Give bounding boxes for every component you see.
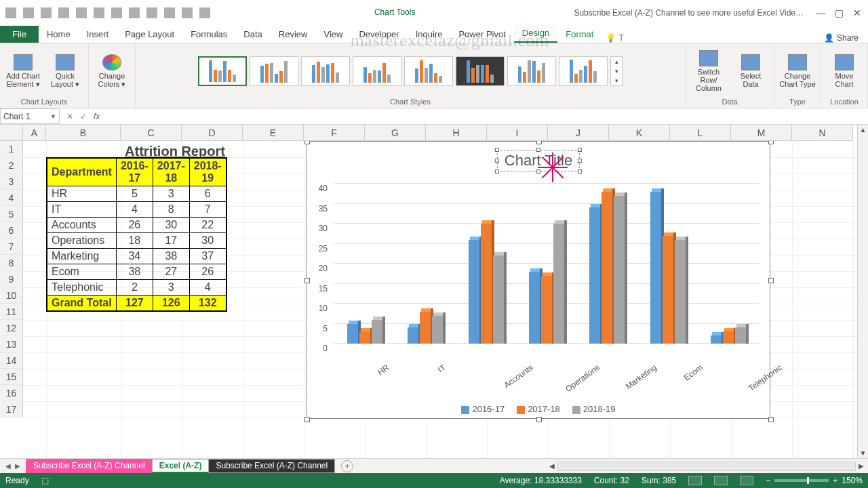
bar[interactable] xyxy=(432,316,443,344)
save-icon[interactable] xyxy=(5,7,16,18)
zoom-control[interactable]: − + 150% xyxy=(766,476,863,485)
chart-style-thumb[interactable] xyxy=(404,56,453,86)
bar[interactable] xyxy=(723,331,734,344)
bar[interactable] xyxy=(493,256,504,344)
macro-record-icon[interactable]: ⬚ xyxy=(41,476,49,485)
chart-style-thumb[interactable] xyxy=(198,56,247,86)
tab-formulas[interactable]: Formulas xyxy=(182,26,235,43)
sheet-tab[interactable]: Subscribe Excel (A-Z) Channel xyxy=(208,459,335,473)
sheet-tab[interactable]: Excel (A-Z) xyxy=(152,459,210,473)
bar[interactable] xyxy=(735,327,746,344)
bar[interactable] xyxy=(663,236,673,344)
selection-handle[interactable] xyxy=(304,141,310,144)
selection-handle[interactable] xyxy=(768,417,774,422)
add-chart-element-button[interactable]: Add Chart Element ▾ xyxy=(4,54,42,88)
row-header[interactable]: 13 xyxy=(0,336,23,352)
view-page-break-icon[interactable] xyxy=(740,476,753,485)
undo-icon[interactable] xyxy=(23,7,34,18)
tab-nav-arrows[interactable]: ◀▶ xyxy=(0,462,26,470)
column-header[interactable]: A xyxy=(23,125,46,141)
redo-icon[interactable] xyxy=(41,7,52,18)
grid[interactable]: Attrition ReportDepartment2016-172017-18… xyxy=(23,141,857,458)
qat-icon[interactable] xyxy=(58,7,69,18)
row-header[interactable]: 10 xyxy=(0,287,23,304)
enter-icon[interactable]: ✓ xyxy=(80,112,87,121)
cancel-icon[interactable]: ✕ xyxy=(66,112,73,121)
selection-handle[interactable] xyxy=(768,278,774,283)
qat-icon[interactable] xyxy=(129,7,140,18)
chart-style-thumb[interactable] xyxy=(250,56,298,86)
row-header[interactable]: 5 xyxy=(0,206,23,222)
row-header[interactable]: 1 xyxy=(0,141,23,157)
selection-handle[interactable] xyxy=(304,417,310,422)
column-header[interactable]: G xyxy=(365,125,426,141)
column-header[interactable]: N xyxy=(792,125,853,141)
row-header[interactable]: 8 xyxy=(0,255,23,271)
bar[interactable] xyxy=(372,320,382,344)
selection-handle[interactable] xyxy=(536,417,542,422)
bar[interactable] xyxy=(601,192,612,344)
column-header[interactable]: M xyxy=(731,125,792,141)
bar[interactable] xyxy=(359,331,370,344)
chart-style-thumb[interactable] xyxy=(507,56,556,86)
row-header[interactable]: 11 xyxy=(0,304,23,320)
bar[interactable] xyxy=(420,312,431,344)
tab-format[interactable]: Format xyxy=(557,26,601,43)
tell-me-box[interactable]: 💡 T masterexcelaz@gmail.com xyxy=(606,33,623,43)
column-header[interactable]: J xyxy=(548,125,609,141)
qat-icon[interactable] xyxy=(182,7,193,18)
qat-icon[interactable] xyxy=(76,7,87,18)
row-header[interactable]: 7 xyxy=(0,239,23,255)
tab-review[interactable]: Review xyxy=(271,26,316,43)
column-header[interactable]: C xyxy=(121,125,182,141)
minimize-icon[interactable]: — xyxy=(816,7,825,18)
row-header[interactable]: 3 xyxy=(0,174,23,190)
plot-area[interactable] xyxy=(334,185,759,344)
row-header[interactable]: 12 xyxy=(0,320,23,336)
embedded-chart[interactable]: Chart Title0510152025303540HRITAccountsO… xyxy=(307,141,770,419)
tab-data[interactable]: Data xyxy=(235,26,270,43)
maximize-icon[interactable]: ▢ xyxy=(835,7,844,18)
bar[interactable] xyxy=(347,324,358,344)
column-header[interactable]: I xyxy=(487,125,548,141)
column-header[interactable]: E xyxy=(243,125,304,141)
qat-icon[interactable] xyxy=(164,7,175,18)
bar[interactable] xyxy=(650,192,661,344)
view-page-layout-icon[interactable] xyxy=(714,476,728,485)
switch-row-column-button[interactable]: Switch Row/ Column xyxy=(690,50,728,92)
view-normal-icon[interactable] xyxy=(688,476,702,485)
column-header[interactable]: K xyxy=(609,125,670,141)
qat-icon[interactable] xyxy=(146,7,157,18)
quick-layout-button[interactable]: Quick Layout ▾ xyxy=(46,54,84,88)
column-header[interactable]: F xyxy=(304,125,365,141)
horizontal-scrollbar[interactable]: ◀ ▶ xyxy=(353,462,868,471)
chevron-down-icon[interactable]: ▼ xyxy=(50,113,56,120)
qat-icon[interactable] xyxy=(199,7,210,18)
row-header[interactable]: 16 xyxy=(0,385,23,401)
row-header[interactable]: 2 xyxy=(0,157,23,174)
bar[interactable] xyxy=(481,224,492,344)
tab-view[interactable]: View xyxy=(315,26,351,43)
bar[interactable] xyxy=(469,240,479,344)
bar[interactable] xyxy=(529,272,540,344)
bar[interactable] xyxy=(589,207,600,344)
row-header[interactable]: 14 xyxy=(0,352,23,369)
column-header[interactable]: H xyxy=(426,125,487,141)
tab-insert[interactable]: Insert xyxy=(79,26,117,43)
chart-style-thumb[interactable] xyxy=(301,56,350,86)
bar[interactable] xyxy=(614,196,625,344)
chart-style-thumb[interactable] xyxy=(353,56,401,86)
legend[interactable]: 2016-172017-182018-19 xyxy=(307,404,770,414)
tab-home[interactable]: Home xyxy=(39,26,79,43)
change-chart-type-button[interactable]: Change Chart Type xyxy=(778,54,816,88)
select-data-button[interactable]: Select Data xyxy=(732,54,770,88)
formula-input[interactable] xyxy=(106,108,868,124)
bar[interactable] xyxy=(711,336,722,344)
scroll-up-icon[interactable]: ▲ xyxy=(859,125,868,135)
row-header[interactable]: 15 xyxy=(0,369,23,385)
move-chart-button[interactable]: Move Chart xyxy=(825,54,863,88)
column-header[interactable]: B xyxy=(46,125,121,141)
bar[interactable] xyxy=(541,276,552,344)
row-header[interactable]: 9 xyxy=(0,271,23,287)
share-button[interactable]: 👤 Share xyxy=(818,33,864,43)
